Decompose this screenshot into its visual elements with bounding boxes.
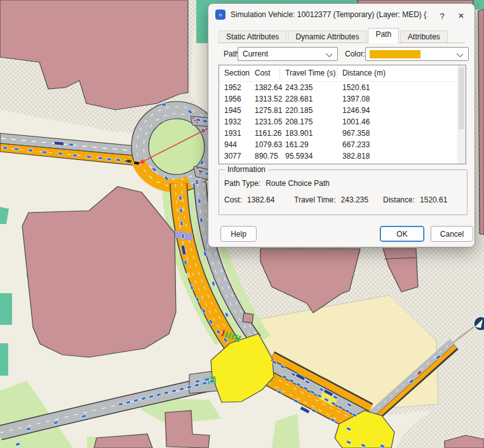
scrollbar-thumb[interactable] (459, 67, 464, 129)
cell-cost: 1079.63 (250, 139, 280, 150)
path-sections-table[interactable]: Section Cost Travel Time (s) Distance (m… (218, 65, 466, 164)
app-icon-glyph: n (219, 12, 222, 18)
path-type: Path Type:Route Choice Path (224, 179, 330, 188)
cell-cost: 1313.52 (250, 93, 280, 105)
distance-value: 1520.61 (420, 195, 447, 204)
cell-travel-time: 220.185 (280, 105, 337, 116)
path-type-line: Path Type:Route Choice Path (224, 179, 330, 188)
path-type-value: Route Choice Path (266, 179, 330, 188)
compass-icon (474, 317, 484, 331)
simulation-vehicle-dialog: n Simulation Vehicle: 10012377 (Temporar… (208, 3, 475, 247)
cell-section: 1952 (219, 82, 250, 93)
path-type-label: Path Type: (224, 179, 260, 188)
table-row[interactable]: 1952 1382.64 243.235 1520.61 (219, 82, 466, 93)
cell-section: 1945 (219, 105, 250, 116)
table-row[interactable]: 1931 1161.26 183.901 967.358 (219, 128, 466, 139)
cell-distance: 1397.08 (337, 93, 466, 105)
tab-static-attributes[interactable]: Static Attributes (218, 30, 286, 43)
cell-distance: 667.233 (337, 139, 466, 150)
distance-pair: Distance:1520.61 (383, 195, 447, 204)
table-row[interactable]: 1945 1275.81 220.185 1246.94 (219, 105, 466, 116)
cell-travel-time: 161.29 (280, 139, 337, 150)
column-header[interactable]: Distance (m) (337, 67, 466, 79)
distance-label: Distance: (383, 195, 415, 204)
tab-path[interactable]: Path (368, 28, 399, 43)
column-header[interactable]: Section (219, 67, 250, 79)
cell-cost: 1231.05 (250, 116, 280, 128)
path-color-row: Path: Current Color: (208, 47, 474, 62)
help-icon[interactable]: ? (433, 8, 452, 24)
tab-bar: Static Attributes Dynamic Attributes Pat… (218, 30, 464, 43)
travel-time-label: Travel Time: (294, 195, 336, 204)
table-row[interactable]: 1932 1231.05 208.175 1001.46 (219, 116, 466, 128)
tab-attributes[interactable]: Attributes (400, 30, 448, 43)
cell-distance: 1246.94 (337, 105, 466, 116)
dialog-title: Simulation Vehicle: 10012377 (Temporary)… (231, 10, 427, 19)
color-swatch (370, 50, 420, 58)
cell-section: 944 (219, 139, 250, 150)
cell-cost: 890.75 (250, 150, 280, 162)
cell-distance: 1001.46 (337, 116, 466, 128)
cell-travel-time: 243.235 (280, 82, 337, 93)
cell-section: 3077 (219, 150, 250, 162)
ok-button[interactable]: OK (380, 226, 424, 242)
cell-distance: 1520.61 (337, 82, 466, 93)
cancel-button[interactable]: Cancel (431, 226, 473, 242)
cell-section: 1931 (219, 128, 250, 139)
travel-time-pair: Travel Time:243.235 (294, 195, 368, 204)
path-select[interactable]: Current (238, 47, 338, 61)
chevron-down-icon (457, 51, 463, 57)
information-legend: Information (225, 165, 268, 174)
cell-distance: 382.818 (337, 150, 466, 162)
cell-cost: 1275.81 (250, 105, 280, 116)
cell-distance: 967.358 (337, 128, 466, 139)
cell-travel-time: 228.681 (280, 93, 337, 105)
close-icon[interactable]: ✕ (452, 8, 471, 24)
table-row[interactable]: 1956 1313.52 228.681 1397.08 (219, 93, 466, 105)
tab-dynamic-attributes[interactable]: Dynamic Attributes (288, 30, 366, 43)
table-row[interactable]: 3077 890.75 95.5934 382.818 (219, 150, 466, 162)
cell-section: 1932 (219, 116, 250, 128)
app-viewport: n Simulation Vehicle: 10012377 (Temporar… (0, 0, 484, 448)
table-row[interactable]: 944 1079.63 161.29 667.233 (219, 139, 466, 150)
cell-cost: 1161.26 (250, 128, 280, 139)
cell-section: 1956 (219, 93, 250, 105)
table-scrollbar[interactable] (457, 65, 466, 164)
column-header[interactable]: Travel Time (s) (280, 67, 337, 79)
cost-value: 1382.64 (247, 195, 274, 204)
color-select[interactable] (365, 47, 469, 61)
cost-label: Cost: (224, 195, 242, 204)
cost-pair: Cost:1382.64 (224, 195, 274, 204)
cell-cost: 1382.64 (250, 82, 280, 93)
chevron-down-icon (326, 51, 332, 57)
help-button[interactable]: Help (220, 226, 257, 242)
aimsun-app-icon: n (215, 10, 225, 20)
travel-time-value: 243.235 (341, 195, 368, 204)
column-header[interactable]: Cost (250, 67, 280, 79)
color-label: Color: (345, 49, 365, 58)
cell-travel-time: 208.175 (280, 116, 337, 128)
table-header-row: Section Cost Travel Time (s) Distance (m… (219, 65, 466, 82)
path-select-value: Current (243, 49, 268, 58)
cell-travel-time: 183.901 (280, 128, 337, 139)
dialog-titlebar[interactable]: n Simulation Vehicle: 10012377 (Temporar… (208, 4, 474, 25)
cell-travel-time: 95.5934 (280, 150, 337, 162)
information-group: Information Path Type:Route Choice Path … (218, 169, 467, 215)
